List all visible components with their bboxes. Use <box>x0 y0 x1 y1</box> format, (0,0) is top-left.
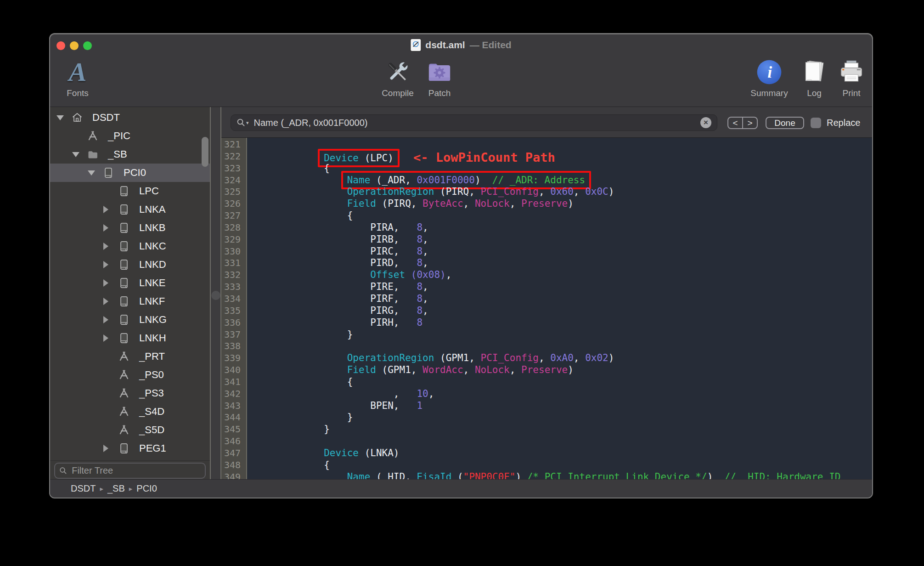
disclosure-triangle-icon[interactable] <box>56 115 71 120</box>
code-text: , 10, <box>247 388 434 400</box>
breadcrumb-item-_sb[interactable]: _SB <box>107 483 125 494</box>
line-number: 342 <box>221 388 247 400</box>
breadcrumb-item-dsdt[interactable]: DSDT <box>71 483 96 494</box>
tree-row-lnkb[interactable]: LNKB <box>50 219 210 237</box>
filter-tree-input[interactable] <box>71 465 201 476</box>
find-input[interactable] <box>253 117 700 129</box>
tree-row-label: LNKF <box>139 295 165 307</box>
code-line-329: 329 PIRB, 8, <box>221 234 872 246</box>
device-icon <box>118 259 130 271</box>
code-text: Field (GPM1, WordAcc, NoLock, Preserve) <box>247 364 574 376</box>
method-icon <box>118 369 130 381</box>
done-button[interactable]: Done <box>766 117 804 129</box>
disclosure-triangle-icon[interactable] <box>103 224 118 232</box>
breadcrumb-separator-icon: ▸ <box>100 485 103 493</box>
disclosure-triangle-icon[interactable] <box>103 445 118 452</box>
print-button[interactable]: Print <box>826 58 873 98</box>
find-previous-button[interactable]: < <box>728 118 743 128</box>
code-area[interactable]: 321322 Device (LPC)<- LowPinCount Path32… <box>221 138 872 480</box>
code-text: PIRF, 8, <box>247 293 428 305</box>
code-line-341: 341 { <box>221 376 872 388</box>
tree-row-_s5d[interactable]: _S5D <box>50 421 210 439</box>
summary-button[interactable]: i Summary <box>744 58 794 98</box>
tree-row-lpc[interactable]: LPC <box>50 182 210 200</box>
disclosure-triangle-icon[interactable] <box>72 152 87 157</box>
line-number: 331 <box>221 257 247 269</box>
sidebar-scrollbar[interactable] <box>202 137 208 167</box>
main-content: DSDT _PIC _SB PCI0 LPC LNKA LNKB LNKC LN… <box>50 107 872 480</box>
fonts-icon: A <box>69 58 87 86</box>
disclosure-triangle-icon[interactable] <box>103 298 118 305</box>
code-text: } <box>247 412 353 424</box>
method-icon <box>118 424 130 436</box>
code-line-330: 330 PIRC, 8, <box>221 246 872 258</box>
line-number: 328 <box>221 222 247 234</box>
find-field[interactable]: ▾ × <box>231 114 717 131</box>
log-pages-icon <box>801 58 828 86</box>
tree-row-_s4d[interactable]: _S4D <box>50 402 210 421</box>
tree-row-lnkg[interactable]: LNKG <box>50 311 210 329</box>
filter-tree-field[interactable] <box>54 463 206 479</box>
code-line-336: 336 PIRH, 8 <box>221 317 872 329</box>
method-icon <box>118 406 130 418</box>
disclosure-triangle-icon[interactable] <box>103 316 118 323</box>
line-number: 341 <box>221 376 247 388</box>
fonts-button[interactable]: A Fonts <box>52 58 103 98</box>
search-options-chevron-icon[interactable]: ▾ <box>246 120 249 126</box>
code-text: PIRE, 8, <box>247 281 428 293</box>
code-text <box>247 436 277 447</box>
tree-row-_ps0[interactable]: _PS0 <box>50 366 210 384</box>
code-text: Name (_HID, EisaId ("PNP0C0F") /* PCI In… <box>247 471 840 480</box>
print-printer-icon <box>838 58 865 86</box>
tree-row-dsdt[interactable]: DSDT <box>50 108 210 127</box>
code-line-340: 340 Field (GPM1, WordAcc, NoLock, Preser… <box>221 364 872 376</box>
replace-checkbox[interactable] <box>811 118 821 128</box>
tree-row-lnkd[interactable]: LNKD <box>50 255 210 274</box>
find-bar: ▾ × < > Done Replace <box>221 107 872 138</box>
disclosure-triangle-icon[interactable] <box>103 206 118 213</box>
disclosure-triangle-icon[interactable] <box>103 334 118 342</box>
minimize-button[interactable] <box>70 41 79 50</box>
breadcrumb-item-pci0[interactable]: PCI0 <box>136 483 157 494</box>
tree-row-_prt[interactable]: _PRT <box>50 347 210 366</box>
tree-row-lnkc[interactable]: LNKC <box>50 237 210 255</box>
device-icon <box>118 204 130 215</box>
find-next-button[interactable]: > <box>743 118 757 128</box>
tree-row-label: LNKD <box>139 259 166 271</box>
app-window: dsdt.aml — Edited A Fonts <box>49 33 873 498</box>
document-proxy-icon[interactable] <box>411 39 421 51</box>
annotation-text: <- LowPinCount Path <box>413 150 555 164</box>
patch-button[interactable]: Patch <box>414 58 465 98</box>
tree-row-peg1[interactable]: PEG1 <box>50 439 210 458</box>
disclosure-triangle-icon[interactable] <box>103 261 118 268</box>
disclosure-triangle-icon[interactable] <box>88 170 102 175</box>
code-line-349: 349 Name (_HID, EisaId ("PNP0C0F") /* PC… <box>221 471 872 480</box>
tree-row-lnkh[interactable]: LNKH <box>50 329 210 347</box>
tree-row-_ps3[interactable]: _PS3 <box>50 384 210 402</box>
folder-icon <box>87 148 99 160</box>
window-title: dsdt.aml — Edited <box>411 39 511 51</box>
tree-row-lnke[interactable]: LNKE <box>50 274 210 292</box>
code-text: } <box>247 424 330 436</box>
splitter-handle-icon[interactable] <box>211 291 220 300</box>
code-text: Field (PIRQ, ByteAcc, NoLock, Preserve) <box>247 198 574 210</box>
code-line-344: 344 } <box>221 412 872 424</box>
code-text: PIRG, 8, <box>247 305 428 317</box>
pane-splitter[interactable] <box>210 107 221 480</box>
code-text: Offset (0x08), <box>247 269 451 281</box>
zoom-button[interactable] <box>83 41 92 50</box>
disclosure-triangle-icon[interactable] <box>103 279 118 287</box>
tree-row-_sb[interactable]: _SB <box>50 145 210 164</box>
device-icon <box>102 167 114 179</box>
tree-row-lnka[interactable]: LNKA <box>50 200 210 219</box>
code-text: { <box>247 459 330 471</box>
tree-row-lnkf[interactable]: LNKF <box>50 292 210 311</box>
device-icon <box>118 332 130 344</box>
tree-row-_pic[interactable]: _PIC <box>50 127 210 145</box>
disclosure-triangle-icon[interactable] <box>103 243 118 250</box>
tree-row-pci0[interactable]: PCI0 <box>50 164 210 182</box>
code-text <box>247 139 277 151</box>
clear-search-button[interactable]: × <box>700 117 711 128</box>
close-button[interactable] <box>56 41 65 50</box>
tree-row-label: _S5D <box>139 424 164 436</box>
